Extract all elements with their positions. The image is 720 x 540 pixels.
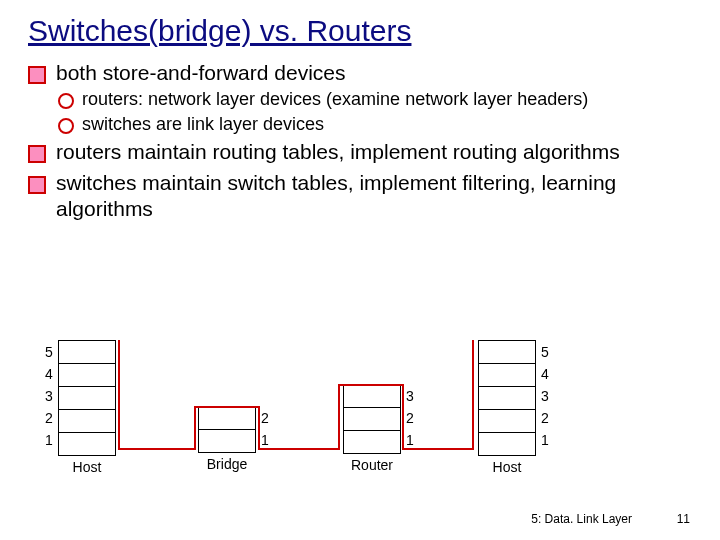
layer-num: 5 [538,344,552,360]
layer-num: 1 [403,432,417,448]
stack-label: Bridge [198,456,256,472]
layer-num: 2 [403,410,417,426]
layer-num: 2 [42,410,56,426]
layer-num: 1 [538,432,552,448]
path-segment [338,384,404,386]
bullet-text: routers: network layer devices (examine … [82,88,588,111]
bullet-list: both store-and-forward devices routers: … [28,60,692,222]
layer-num: 3 [538,388,552,404]
path-segment [194,406,260,408]
stack-host-right: 5 4 3 2 1 Host [478,340,536,475]
stack-label: Host [478,459,536,475]
layer-num: 2 [258,410,272,426]
bullet-level2: switches are link layer devices [58,113,692,136]
stack-label: Host [58,459,116,475]
path-segment [402,384,404,450]
square-bullet-icon [28,145,46,163]
bullet-level1: routers maintain routing tables, impleme… [28,139,692,165]
circle-bullet-icon [58,93,74,109]
stack-router: 3 2 1 Router [343,384,401,473]
path-segment [338,384,340,450]
bullet-level1: switches maintain switch tables, impleme… [28,170,692,223]
layer-diagram: 5 4 3 2 1 Host 2 1 Bridge 3 2 1 [58,340,618,500]
layer-num: 1 [42,432,56,448]
circle-bullet-icon [58,118,74,134]
square-bullet-icon [28,66,46,84]
path-segment [118,448,196,450]
bullet-level1: both store-and-forward devices [28,60,692,86]
bullet-text: switches are link layer devices [82,113,324,136]
layer-num: 4 [42,366,56,382]
stack-label: Router [343,457,401,473]
path-segment [258,448,340,450]
layer-num: 3 [403,388,417,404]
path-segment [258,406,260,450]
stack-bridge: 2 1 Bridge [198,406,256,472]
square-bullet-icon [28,176,46,194]
layer-num: 1 [258,432,272,448]
layer-num: 5 [42,344,56,360]
bullet-text: routers maintain routing tables, impleme… [56,139,620,165]
bullet-level2: routers: network layer devices (examine … [58,88,692,111]
path-segment [472,340,474,450]
slide-title: Switches(bridge) vs. Routers [28,14,692,48]
footer-section: 5: Data. Link Layer [531,512,632,526]
path-segment [402,448,474,450]
stack-host-left: 5 4 3 2 1 Host [58,340,116,475]
footer-page-number: 11 [677,512,690,526]
path-segment [118,340,120,450]
bullet-text: both store-and-forward devices [56,60,345,86]
layer-num: 2 [538,410,552,426]
bullet-text: switches maintain switch tables, impleme… [56,170,692,223]
layer-num: 3 [42,388,56,404]
path-segment [194,406,196,450]
layer-num: 4 [538,366,552,382]
